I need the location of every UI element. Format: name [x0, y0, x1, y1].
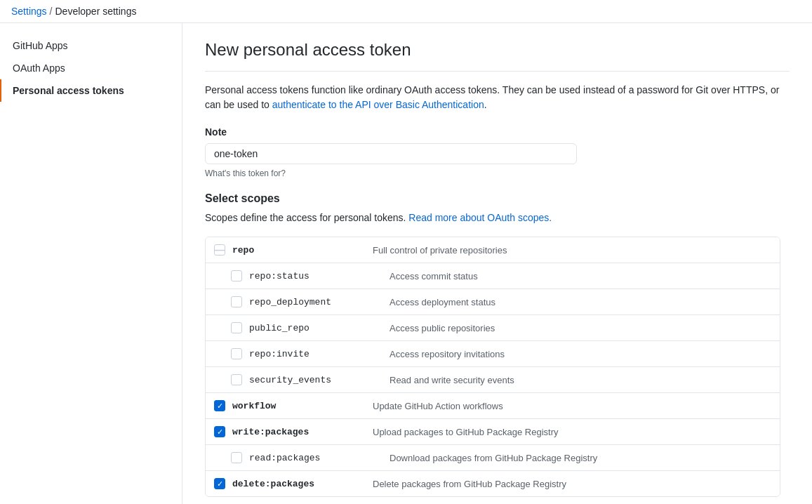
scope-name-write-packages: write:packages: [232, 427, 373, 437]
scope-desc-repo-invite: Access repository invitations: [390, 349, 771, 359]
delete-packages-checkbox[interactable]: ✓: [214, 478, 225, 489]
scopes-desc-plain: Scopes define the access for personal to…: [205, 212, 408, 223]
scope-name-repo-status: repo:status: [249, 271, 390, 281]
description-text: Personal access tokens function like ord…: [205, 83, 790, 112]
repo-status-checkbox[interactable]: [231, 270, 242, 281]
scope-name-public-repo: public_repo: [249, 323, 390, 333]
public-repo-checkbox[interactable]: [231, 322, 242, 333]
scope-name-read-packages: read:packages: [249, 453, 390, 463]
scope-desc-repo-deployment: Access deployment status: [390, 297, 771, 307]
sidebar-item-oauth-apps[interactable]: OAuth Apps: [0, 57, 182, 79]
scope-row-repo-invite: repo:invite Access repository invitation…: [206, 341, 780, 367]
scope-row-security-events: security_events Read and write security …: [206, 367, 780, 393]
scope-row-delete-packages: ✓ delete:packages Delete packages from G…: [206, 471, 780, 496]
scope-desc-security-events: Read and write security events: [390, 375, 771, 385]
scope-row-repo-status: repo:status Access commit status: [206, 263, 780, 289]
scopes-title: Select scopes: [205, 192, 790, 205]
scope-row-write-packages: ✓ write:packages Upload packages to GitH…: [206, 419, 780, 445]
breadcrumb-settings-link[interactable]: Settings: [11, 6, 47, 17]
scopes-section: Select scopes Scopes define the access f…: [205, 192, 790, 497]
repo-checkbox[interactable]: —: [214, 244, 225, 256]
scope-desc-public-repo: Access public repositories: [390, 323, 771, 333]
scope-row-repo-deployment: repo_deployment Access deployment status: [206, 289, 780, 315]
sidebar-item-github-apps[interactable]: GitHub Apps: [0, 34, 182, 57]
scope-row-workflow: ✓ workflow Update GitHub Action workflow…: [206, 393, 780, 419]
read-packages-checkbox[interactable]: [231, 452, 242, 463]
sidebar: GitHub Apps OAuth Apps Personal access t…: [0, 23, 182, 504]
note-input[interactable]: [205, 143, 577, 164]
description-end: .: [484, 99, 487, 110]
scope-desc-read-packages: Download packages from GitHub Package Re…: [390, 453, 771, 463]
scope-desc-write-packages: Upload packages to GitHub Package Regist…: [373, 427, 771, 437]
note-label: Note: [205, 126, 790, 138]
scope-name-repo: repo: [232, 245, 373, 256]
scope-name-repo-invite: repo:invite: [249, 349, 390, 359]
scopes-table: — repo Full control of private repositor…: [205, 237, 780, 497]
scope-desc-repo-status: Access commit status: [390, 271, 771, 281]
sidebar-item-personal-access-tokens[interactable]: Personal access tokens: [0, 79, 182, 102]
page-title: New personal access token: [205, 40, 790, 72]
note-form-group: Note What's this token for?: [205, 126, 790, 178]
scope-name-workflow: workflow: [232, 401, 373, 411]
write-packages-checkbox[interactable]: ✓: [214, 426, 225, 437]
top-bar: Settings / Developer settings: [0, 0, 812, 23]
note-hint: What's this token for?: [205, 168, 790, 178]
scope-row-repo: — repo Full control of private repositor…: [206, 237, 780, 263]
repo-deployment-checkbox[interactable]: [231, 296, 242, 307]
scope-desc-delete-packages: Delete packages from GitHub Package Regi…: [373, 479, 771, 489]
breadcrumb-current: Developer settings: [55, 6, 136, 17]
breadcrumb: Settings / Developer settings: [11, 6, 801, 17]
scope-name-repo-deployment: repo_deployment: [249, 297, 390, 307]
scopes-description: Scopes define the access for personal to…: [205, 211, 790, 225]
scope-desc-repo: Full control of private repositories: [373, 245, 771, 256]
scope-row-public-repo: public_repo Access public repositories: [206, 315, 780, 341]
scope-desc-workflow: Update GitHub Action workflows: [373, 401, 771, 411]
main-content: New personal access token Personal acces…: [182, 23, 812, 504]
scope-name-delete-packages: delete:packages: [232, 479, 373, 489]
breadcrumb-separator: /: [50, 6, 53, 17]
security-events-checkbox[interactable]: [231, 374, 242, 385]
description-link[interactable]: authenticate to the API over Basic Authe…: [272, 99, 484, 110]
workflow-checkbox[interactable]: ✓: [214, 400, 225, 411]
repo-invite-checkbox[interactable]: [231, 348, 242, 359]
scope-row-read-packages: read:packages Download packages from Git…: [206, 445, 780, 471]
scope-name-security-events: security_events: [249, 375, 390, 385]
scopes-link[interactable]: Read more about OAuth scopes.: [408, 212, 552, 223]
